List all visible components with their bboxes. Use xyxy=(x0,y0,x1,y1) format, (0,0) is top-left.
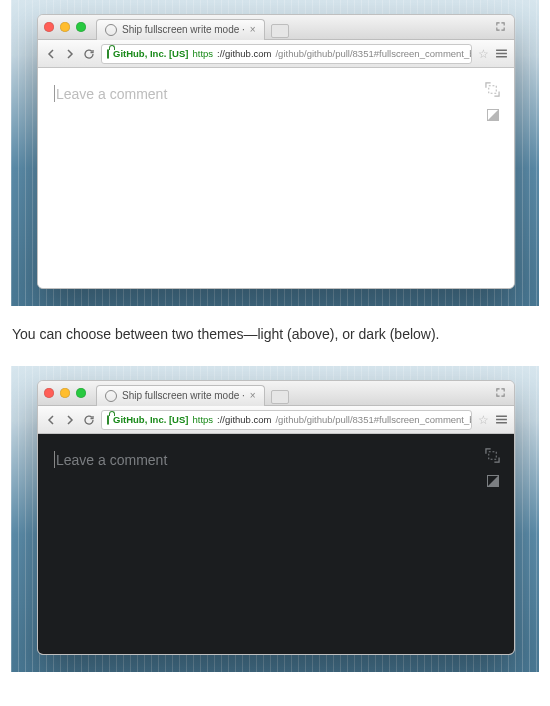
minimize-window-button[interactable] xyxy=(60,388,70,398)
reload-button[interactable] xyxy=(82,413,95,426)
text-cursor xyxy=(54,451,55,468)
tab-title: Ship fullscreen write mode · xyxy=(122,390,245,401)
url-host: ://github.com xyxy=(217,48,271,59)
close-window-button[interactable] xyxy=(44,388,54,398)
close-tab-button[interactable]: × xyxy=(250,390,256,401)
browser-toolbar: GitHub, Inc. [US] https://github.com/git… xyxy=(38,406,514,434)
hamburger-menu-icon[interactable] xyxy=(495,413,508,426)
browser-toolbar: GitHub, Inc. [US] https://github.com/git… xyxy=(38,40,514,68)
comment-editor[interactable]: Leave a comment xyxy=(38,68,514,288)
editor-placeholder: Leave a comment xyxy=(56,452,167,468)
url-path: /github/github/pull/8351#fullscreen_comm… xyxy=(275,414,472,425)
exit-fullscreen-icon[interactable] xyxy=(485,82,500,97)
screenshot-dark: Ship fullscreen write mode · × GitHub, I… xyxy=(11,366,539,672)
back-button[interactable] xyxy=(44,47,57,60)
fullscreen-toggle-icon[interactable] xyxy=(495,387,506,398)
editor-controls xyxy=(485,448,500,487)
hamburger-menu-icon[interactable] xyxy=(495,47,508,60)
browser-tab[interactable]: Ship fullscreen write mode · × xyxy=(96,385,265,406)
url-path: /github/github/pull/8351#fullscreen_comm… xyxy=(275,48,472,59)
browser-tab[interactable]: Ship fullscreen write mode · × xyxy=(96,19,265,40)
favicon-icon xyxy=(105,24,117,36)
editor-placeholder: Leave a comment xyxy=(56,86,167,102)
favicon-icon xyxy=(105,390,117,402)
address-bar[interactable]: GitHub, Inc. [US] https://github.com/git… xyxy=(101,410,472,430)
zoom-window-button[interactable] xyxy=(76,22,86,32)
browser-window: Ship fullscreen write mode · × GitHub, I… xyxy=(37,380,515,655)
caption-text: You can choose between two themes—light … xyxy=(0,306,550,366)
url-scheme: https xyxy=(192,414,213,425)
editor-controls xyxy=(485,82,500,121)
window-controls xyxy=(44,388,86,398)
url-scheme: https xyxy=(192,48,213,59)
ssl-org: GitHub, Inc. [US] xyxy=(113,414,188,425)
close-tab-button[interactable]: × xyxy=(250,24,256,35)
url-host: ://github.com xyxy=(217,414,271,425)
fullscreen-toggle-icon[interactable] xyxy=(495,21,506,32)
bookmark-star-icon[interactable]: ☆ xyxy=(478,413,489,427)
reload-button[interactable] xyxy=(82,47,95,60)
screenshot-light: Ship fullscreen write mode · × GitHub, I… xyxy=(11,0,539,306)
zoom-window-button[interactable] xyxy=(76,388,86,398)
forward-button[interactable] xyxy=(63,413,76,426)
theme-toggle-icon[interactable] xyxy=(487,475,499,487)
comment-editor[interactable]: Leave a comment xyxy=(38,434,514,654)
svg-rect-2 xyxy=(489,452,497,460)
browser-window: Ship fullscreen write mode · × GitHub, I… xyxy=(37,14,515,289)
lock-icon xyxy=(107,49,109,59)
new-tab-button[interactable] xyxy=(271,24,289,38)
minimize-window-button[interactable] xyxy=(60,22,70,32)
text-cursor xyxy=(54,85,55,102)
tab-title: Ship fullscreen write mode · xyxy=(122,24,245,35)
new-tab-button[interactable] xyxy=(271,390,289,404)
close-window-button[interactable] xyxy=(44,22,54,32)
browser-tabbar: Ship fullscreen write mode · × xyxy=(38,381,514,406)
window-controls xyxy=(44,22,86,32)
lock-icon xyxy=(107,415,109,425)
svg-rect-0 xyxy=(489,86,497,94)
exit-fullscreen-icon[interactable] xyxy=(485,448,500,463)
back-button[interactable] xyxy=(44,413,57,426)
browser-tabbar: Ship fullscreen write mode · × xyxy=(38,15,514,40)
forward-button[interactable] xyxy=(63,47,76,60)
theme-toggle-icon[interactable] xyxy=(487,109,499,121)
bookmark-star-icon[interactable]: ☆ xyxy=(478,47,489,61)
ssl-org: GitHub, Inc. [US] xyxy=(113,48,188,59)
address-bar[interactable]: GitHub, Inc. [US] https://github.com/git… xyxy=(101,44,472,64)
